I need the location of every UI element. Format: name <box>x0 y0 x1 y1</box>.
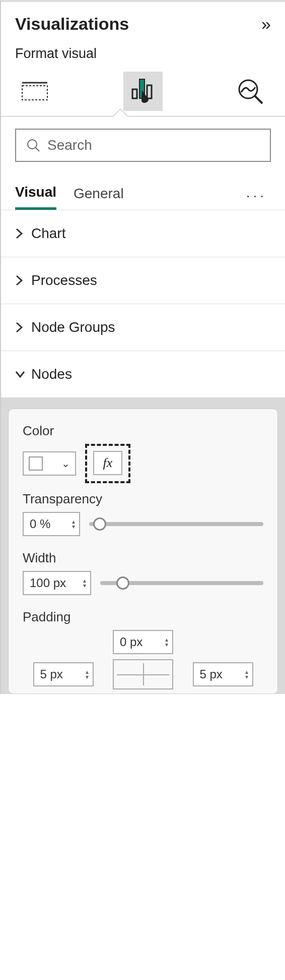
section-processes[interactable]: Processes <box>1 257 285 304</box>
section-nodes[interactable]: Nodes <box>1 351 285 397</box>
color-dropdown[interactable]: ⌄ <box>23 451 76 476</box>
chevron-down-icon <box>15 370 24 378</box>
svg-line-8 <box>36 148 39 151</box>
padding-box-icon <box>113 659 173 689</box>
section-chart[interactable]: Chart <box>1 210 285 257</box>
panel-header: Visualizations » <box>1 2 285 39</box>
section-label: Nodes <box>31 366 72 382</box>
nodes-panel-wrap: Color ⌄ fx Transparency 0 % ▴▾ Width 100… <box>1 397 285 694</box>
transparency-value: 0 % <box>30 517 50 531</box>
chevron-down-icon: ⌄ <box>61 457 70 470</box>
highlight-frame: fx <box>85 444 130 483</box>
spinner-icon[interactable]: ▴▾ <box>72 519 75 529</box>
divider <box>1 116 285 117</box>
tab-visual[interactable]: Visual <box>15 181 56 210</box>
collapse-panel-icon[interactable]: » <box>261 14 271 34</box>
nodes-panel: Color ⌄ fx Transparency 0 % ▴▾ Width 100… <box>8 409 278 694</box>
spinner-icon[interactable]: ▴▾ <box>245 669 248 679</box>
search-placeholder: Search <box>47 137 92 153</box>
spinner-icon[interactable]: ▴▾ <box>86 669 89 679</box>
format-visual-tab[interactable] <box>123 72 163 111</box>
chevron-right-icon <box>15 228 24 239</box>
svg-rect-2 <box>132 89 137 98</box>
search-icon <box>26 138 40 152</box>
analytics-tab[interactable] <box>232 72 271 111</box>
width-value: 100 px <box>30 576 66 590</box>
color-label: Color <box>23 423 263 439</box>
transparency-label: Transparency <box>23 491 263 507</box>
padding-label: Padding <box>23 609 263 625</box>
chevron-right-icon <box>15 322 24 333</box>
more-options-icon[interactable]: ··· <box>246 188 271 204</box>
svg-point-7 <box>28 140 37 149</box>
panel-subtitle: Format visual <box>1 39 285 67</box>
section-node-groups[interactable]: Node Groups <box>1 304 285 351</box>
slider-thumb[interactable] <box>116 577 129 590</box>
svg-rect-1 <box>22 86 47 100</box>
width-input[interactable]: 100 px ▴▾ <box>23 571 91 595</box>
padding-top-input[interactable]: 0 px ▴▾ <box>113 630 173 654</box>
width-label: Width <box>23 550 263 566</box>
slider-thumb[interactable] <box>93 517 106 531</box>
chevron-right-icon <box>15 275 24 286</box>
svg-line-6 <box>254 95 262 103</box>
spinner-icon[interactable]: ▴▾ <box>165 637 168 647</box>
spinner-icon[interactable]: ▴▾ <box>83 578 86 588</box>
transparency-input[interactable]: 0 % ▴▾ <box>23 512 80 536</box>
format-mode-tabs <box>1 67 285 116</box>
padding-top-value: 0 px <box>120 635 142 649</box>
transparency-slider[interactable] <box>89 522 263 526</box>
build-visual-tab[interactable] <box>15 72 54 111</box>
padding-left-input[interactable]: 5 px ▴▾ <box>33 662 94 686</box>
fx-button[interactable]: fx <box>93 451 122 475</box>
color-swatch <box>29 456 43 471</box>
section-label: Processes <box>31 272 97 289</box>
search-input[interactable]: Search <box>15 129 271 162</box>
section-label: Chart <box>31 225 65 242</box>
format-tabs: Visual General ··· <box>1 167 285 210</box>
padding-left-value: 5 px <box>40 667 63 681</box>
section-label: Node Groups <box>31 319 115 335</box>
padding-right-input[interactable]: 5 px ▴▾ <box>193 662 253 686</box>
svg-rect-4 <box>147 85 152 98</box>
width-slider[interactable] <box>100 581 263 585</box>
padding-right-value: 5 px <box>200 667 223 681</box>
panel-title: Visualizations <box>15 14 129 34</box>
tab-general[interactable]: General <box>74 183 124 209</box>
